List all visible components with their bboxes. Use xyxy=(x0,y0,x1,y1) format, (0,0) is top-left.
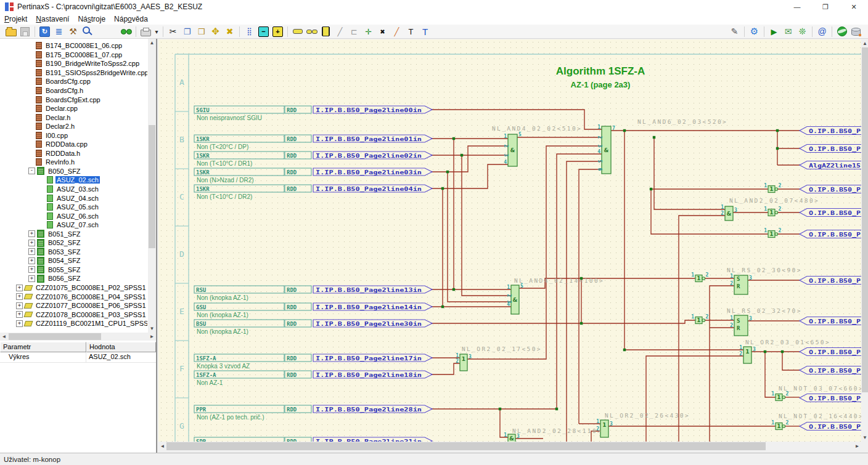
inverter-gate[interactable]: 112 xyxy=(764,183,781,193)
search-icon[interactable] xyxy=(80,25,94,38)
save-button[interactable] xyxy=(18,25,32,38)
tree-item-rdddata.cpp[interactable]: RDDData.cpp xyxy=(0,140,147,149)
tree-item-czz01075_bc0008e1_p02_spss1[interactable]: +CZZ01075_BC0008E1_P02_SPSS1 xyxy=(0,283,147,293)
tree-item-b174_bc0008e1_06.cpp[interactable]: B174_BC0008E1_06.cpp xyxy=(0,41,147,51)
zoom-in-button[interactable]: + xyxy=(271,25,285,38)
build-hammer-icon[interactable]: ⚒ xyxy=(66,25,80,38)
move-button[interactable]: ✥ xyxy=(208,25,223,38)
gate-nl_or2_02_26430[interactable]: NL_OR2_02_26<430>1123 xyxy=(596,412,690,437)
zoom-out-button[interactable]: − xyxy=(256,25,271,38)
settings-gear-icon[interactable]: ⚙ xyxy=(747,25,761,38)
scroll-right-arrow[interactable]: ► xyxy=(853,442,861,451)
expand-icon[interactable]: + xyxy=(28,257,35,264)
input-connector-gsu[interactable]: GSURDDI.IP.B.B50_Page2line14inNon (knopk… xyxy=(194,303,432,318)
draw-ic-tool[interactable] xyxy=(319,25,333,38)
expand-icon[interactable]: + xyxy=(28,230,35,237)
scroll-up-arrow[interactable]: ▲ xyxy=(148,39,156,47)
connections-icon[interactable] xyxy=(119,25,133,38)
expand-icon[interactable]: + xyxy=(28,248,35,255)
output-connector[interactable]: O.IP.B.B50_P xyxy=(800,230,861,238)
input-connector-1skr[interactable]: 1SKRRDDI.IP.B.B50_Page2line02inNon (T<10… xyxy=(194,152,432,167)
draw-connector-tool[interactable]: ⊏ xyxy=(347,25,361,38)
menu-item-nápověda[interactable]: Nápověda xyxy=(110,14,152,24)
input-connector-1skr[interactable]: 1SKRRDDI.IP.B.B50_Page2line01inNon (T<20… xyxy=(194,135,432,150)
tree-item-revinfo.h[interactable]: RevInfo.h xyxy=(0,158,147,167)
tree-item-asuz_07.sch[interactable]: ASUZ_07.sch xyxy=(0,220,147,230)
input-connector-1sfz-a[interactable]: 1SFZ-ARDDI.IP.B.B50_Page2line17inKnopka … xyxy=(194,354,432,370)
tree-item-rdddata.h[interactable]: RDDData.h xyxy=(0,149,147,158)
tree-item-czz01077_bc0008e1_p06_spss1[interactable]: +CZZ01077_BC0008E1_P06_SPSS1 xyxy=(0,301,147,310)
cut-button[interactable]: ✂ xyxy=(166,25,180,38)
output-connector[interactable]: O.IP.B.B50_P xyxy=(800,348,861,356)
tree-item-declar.cpp[interactable]: Declar.cpp xyxy=(0,104,147,113)
tree-item-asuz_03.sch[interactable]: ASUZ_03.sch xyxy=(0,185,147,194)
input-connector-1skr[interactable]: 1SKRRDDI.IP.B.B50_Page2line04inNon (T<10… xyxy=(194,185,432,200)
tree-item-boardscfg.cpp[interactable]: BoardsCfg.cpp xyxy=(0,77,147,86)
open-project-button[interactable] xyxy=(4,25,18,38)
output-connector[interactable]: O.IP.B.B50_P xyxy=(800,209,861,217)
inverter-gate[interactable]: 112 xyxy=(691,272,708,282)
tree-item-boardscfgext.cpp[interactable]: BoardsCfgExt.cpp xyxy=(0,95,147,104)
tree-item-asuz_06.sch[interactable]: ASUZ_06.sch xyxy=(0,211,147,220)
tree-item-b190_bridgewritetospss2.cpp[interactable]: B190_BridgeWriteToSpss2.cpp xyxy=(0,59,147,68)
expand-icon[interactable]: + xyxy=(16,285,23,291)
scroll-down-arrow[interactable]: ▼ xyxy=(861,434,868,442)
output-connector[interactable]: O.IP.B.B50_P xyxy=(800,423,861,431)
tree-vertical-scrollbar[interactable]: ▲ ▼ xyxy=(148,39,156,333)
gate-nl_and4_02_14100[interactable]: NL_AND4_02_14<100>&12345 xyxy=(506,277,604,314)
close-button[interactable]: ✕ xyxy=(840,0,868,14)
delete-button[interactable]: ✖ xyxy=(223,25,237,38)
inverter-gate[interactable]: 112 xyxy=(764,228,781,238)
output-connector[interactable]: O.IP.B.B50_P xyxy=(800,366,861,374)
tree-item-asuz_04.sch[interactable]: ASUZ_04.sch xyxy=(0,193,147,203)
gate-nl_and2_02_28110[interactable]: NL_AND2_02_28<110>&13 xyxy=(504,427,602,442)
tree-item-b054_sfz[interactable]: +B054_SFZ xyxy=(0,256,147,265)
output-connector[interactable]: AlgAZ2line15 xyxy=(800,161,861,169)
draw-diagonal-tool[interactable]: ╱ xyxy=(390,25,404,38)
restore-button[interactable]: ❐ xyxy=(811,0,840,14)
print-button[interactable] xyxy=(139,25,153,38)
output-connector[interactable]: O.IP.B.B50_P xyxy=(800,317,861,325)
inverter-gate[interactable]: 112 xyxy=(691,314,708,324)
tree-item-declar2.h[interactable]: Declar2.h xyxy=(0,122,147,131)
gate-nl_and6_02_03520[interactable]: NL_AND6_02_03<520>&1234567 xyxy=(597,118,727,174)
expand-icon[interactable]: + xyxy=(28,266,35,273)
parameter-row[interactable]: Výkres ASUZ_02.sch xyxy=(0,352,156,363)
schematic-vscroll-thumb[interactable] xyxy=(862,47,868,392)
tree-item-b050_sfz[interactable]: -B050_SFZ xyxy=(0,167,147,176)
delete-element-tool[interactable]: ✖ xyxy=(375,25,390,38)
expand-icon[interactable]: + xyxy=(16,311,23,318)
copy-button[interactable]: ❐ xyxy=(180,25,194,38)
scroll-left-arrow[interactable]: ◄ xyxy=(158,442,166,451)
draw-pin2-tool[interactable] xyxy=(305,25,319,38)
menu-item-projekt[interactable]: Projekt xyxy=(0,14,31,24)
tree-item-czz01078_bc0008e1_p03_spss1[interactable]: +CZZ01078_BC0008E1_P03_SPSS1 xyxy=(0,310,147,319)
output-connector[interactable]: O.IP.B.B50_P xyxy=(800,277,861,285)
tree-item-b052_sfz[interactable]: +B052_SFZ xyxy=(0,238,147,248)
input-connector-sdr[interactable]: SDRRDDI.IP.B.B50_Page2line21in xyxy=(194,437,432,442)
database-edit-button[interactable] xyxy=(849,25,863,38)
refresh-icon[interactable]: ↻ xyxy=(38,25,52,38)
draw-line-tool[interactable]: ╱ xyxy=(333,25,347,38)
tree-item-declar.h[interactable]: Declar.h xyxy=(0,113,147,122)
tree-item-b191_ssiospss2bridgewrite.cpp[interactable]: B191_SSIOSpss2BridgeWrite.cpp xyxy=(0,68,147,78)
tree-horizontal-scrollbar[interactable]: ◄ ► xyxy=(0,333,156,341)
output-connector[interactable]: O.IP.B.B50_P xyxy=(800,185,861,193)
input-connector-rsu[interactable]: RSURDDI.IP.B.B50_Page2line13inNon (knopk… xyxy=(194,286,432,301)
output-connector[interactable]: O.IP.B.B50_P xyxy=(800,127,861,135)
scroll-up-arrow[interactable]: ▲ xyxy=(861,39,868,47)
run-cat-button[interactable]: ▶ xyxy=(767,25,781,38)
menu-item-nástroje[interactable]: Nástroje xyxy=(73,14,110,24)
tree-item-asuz_02.sch[interactable]: ASUZ_02.sch xyxy=(0,176,147,185)
tree-item-b055_sfz[interactable]: +B055_SFZ xyxy=(0,265,147,275)
gate-nl_or2_02_1750[interactable]: NL_OR2_02_17<50>1123 xyxy=(456,346,542,371)
scroll-left-arrow[interactable]: ◄ xyxy=(0,333,8,341)
expand-icon[interactable]: + xyxy=(16,293,23,300)
input-connector-1sfz-a[interactable]: 1SFZ-ARDDI.IP.B.B50_Page2line18inNon AZ-… xyxy=(194,371,432,386)
schematic-vertical-scrollbar[interactable]: ▲ ▼ xyxy=(861,39,868,442)
edit-notes-button[interactable]: ✎ xyxy=(727,25,742,38)
input-connector-bsu[interactable]: BSURDDI.IP.B.B50_Page2line30inNon (knopk… xyxy=(194,320,432,335)
output-connector[interactable]: O.IP.B.B50_P xyxy=(800,394,861,402)
tree-item-czz01076_bc0008e1_p04_spss1[interactable]: +CZZ01076_BC0008E1_P04_SPSS1 xyxy=(0,292,147,301)
tree-item-czz01119_bc0021m1_cpu1_spss1[interactable]: +CZZ01119_BC0021M1_CPU1_SPSS1 xyxy=(0,319,147,328)
